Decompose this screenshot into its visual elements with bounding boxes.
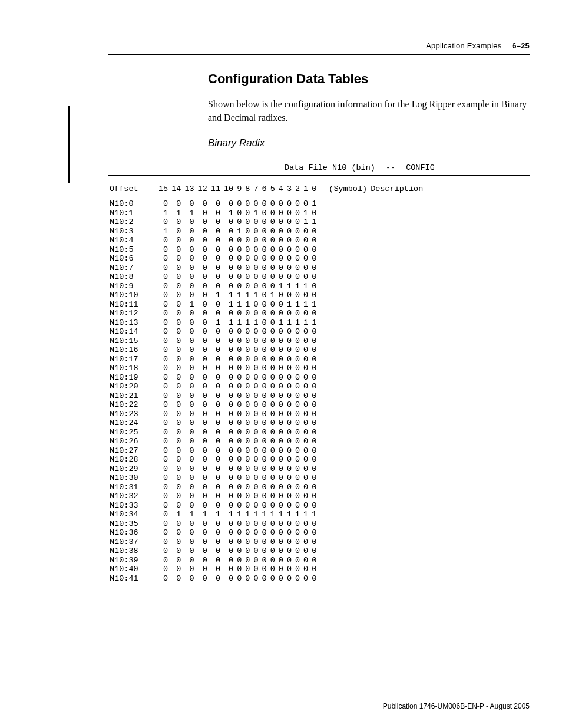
cell-bit: 0 [293, 538, 302, 547]
cell-bit: 0 [285, 556, 293, 565]
cell-bit: 0 [252, 492, 260, 501]
cell-bit: 0 [222, 428, 235, 437]
cell-bit: 0 [196, 419, 209, 428]
cell-bit: 0 [209, 218, 222, 227]
cell-offset: N10:21 [108, 391, 157, 401]
cell-bit: 0 [260, 309, 269, 318]
cell-bit: 0 [209, 483, 222, 492]
cell-bit: 0 [293, 492, 302, 501]
cell-bit: 1 [285, 282, 293, 291]
cell-bit: 0 [196, 373, 209, 383]
table-row: N10:320000000000000000 [108, 492, 425, 501]
cell-bit: 0 [252, 483, 260, 492]
cell-bit: 1 [252, 291, 260, 300]
cell-bit: 0 [170, 437, 183, 446]
cell-bit: 0 [196, 282, 209, 291]
cell-bit: 0 [252, 546, 260, 556]
col-bit: 12 [196, 185, 209, 194]
cell-bit: 0 [293, 263, 302, 273]
cell-bit: 0 [293, 546, 302, 556]
cell-bit: 0 [285, 327, 293, 337]
table-row: N10:00000000000000001 [108, 199, 425, 209]
cell-bit: 1 [222, 300, 235, 309]
cell-bit: 0 [196, 327, 209, 337]
cell-bit: 0 [196, 565, 209, 574]
cell-bit: 0 [196, 391, 209, 401]
cell-offset: N10:12 [108, 309, 157, 318]
table-row: N10:70000000000000000 [108, 263, 425, 273]
cell-offset: N10:35 [108, 519, 157, 529]
cell-bit: 0 [269, 263, 277, 273]
cell-bit: 0 [243, 272, 252, 282]
cell-bit: 0 [183, 327, 196, 337]
cell-bit: 0 [269, 272, 277, 282]
cell-bit: 1 [235, 510, 243, 519]
cell-bit: 0 [260, 345, 269, 355]
cell-bit: 0 [252, 410, 260, 419]
cell-offset: N10:20 [108, 382, 157, 391]
cell-bit: 0 [285, 574, 293, 584]
cell-bit: 0 [277, 227, 285, 236]
cell-bit: 0 [260, 501, 269, 510]
cell-bit: 0 [252, 574, 260, 584]
cell-bit: 0 [269, 236, 277, 245]
cell-bit: 0 [302, 400, 310, 410]
cell-bit: 1 [293, 300, 302, 309]
cell-bit: 0 [277, 446, 285, 456]
cell-bit: 0 [277, 565, 285, 574]
cell-bit: 0 [157, 446, 170, 456]
cell-bit: 1 [260, 510, 269, 519]
cell-offset: N10:27 [108, 446, 157, 456]
cell-offset: N10:14 [108, 327, 157, 337]
cell-bit: 0 [310, 272, 318, 282]
cell-bit: 0 [183, 345, 196, 355]
cell-bit: 0 [252, 254, 260, 263]
cell-bit: 0 [302, 291, 310, 300]
cell-bit: 0 [293, 465, 302, 474]
cell-bit: 0 [302, 455, 310, 465]
cell-bit: 0 [157, 510, 170, 519]
cell-bit: 0 [196, 382, 209, 391]
cell-bit: 0 [269, 519, 277, 529]
cell-bit: 0 [183, 263, 196, 273]
cell-bit: 0 [293, 455, 302, 465]
cell-bit: 0 [302, 538, 310, 547]
cell-bit: 0 [252, 437, 260, 446]
cell-offset: N10:0 [108, 199, 157, 209]
cell-bit: 0 [209, 419, 222, 428]
cell-bit: 0 [293, 483, 302, 492]
cell-bit: 0 [269, 227, 277, 236]
cell-bit: 0 [302, 263, 310, 273]
cell-bit: 0 [302, 428, 310, 437]
cell-offset: N10:37 [108, 538, 157, 547]
table-row: N10:200000000000000000 [108, 382, 425, 391]
cell-bit: 0 [183, 574, 196, 584]
cell-bit: 0 [277, 410, 285, 419]
cell-bit: 0 [277, 419, 285, 428]
cell-bit: 0 [243, 327, 252, 337]
cell-bit: 0 [157, 465, 170, 474]
cell-bit: 0 [209, 465, 222, 474]
cell-bit: 1 [243, 291, 252, 300]
cell-bit: 0 [293, 364, 302, 373]
table-top-rule [108, 175, 530, 176]
cell-bit: 0 [196, 546, 209, 556]
cell-bit: 0 [209, 574, 222, 584]
cell-bit: 0 [222, 519, 235, 529]
cell-bit: 0 [302, 528, 310, 538]
cell-bit: 0 [183, 318, 196, 328]
cell-bit: 0 [310, 309, 318, 318]
cell-bit: 0 [302, 364, 310, 373]
cell-bit: 0 [285, 291, 293, 300]
cell-bit: 0 [157, 419, 170, 428]
cell-offset: N10:16 [108, 345, 157, 355]
cell-bit: 0 [310, 519, 318, 529]
cell-offset: N10:2 [108, 218, 157, 227]
cell-bit: 1 [157, 209, 170, 218]
cell-bit: 0 [222, 218, 235, 227]
cell-bit: 0 [293, 291, 302, 300]
cell-bit: 0 [252, 556, 260, 565]
cell-bit: 0 [209, 437, 222, 446]
cell-bit: 0 [285, 400, 293, 410]
cell-offset: N10:22 [108, 400, 157, 410]
